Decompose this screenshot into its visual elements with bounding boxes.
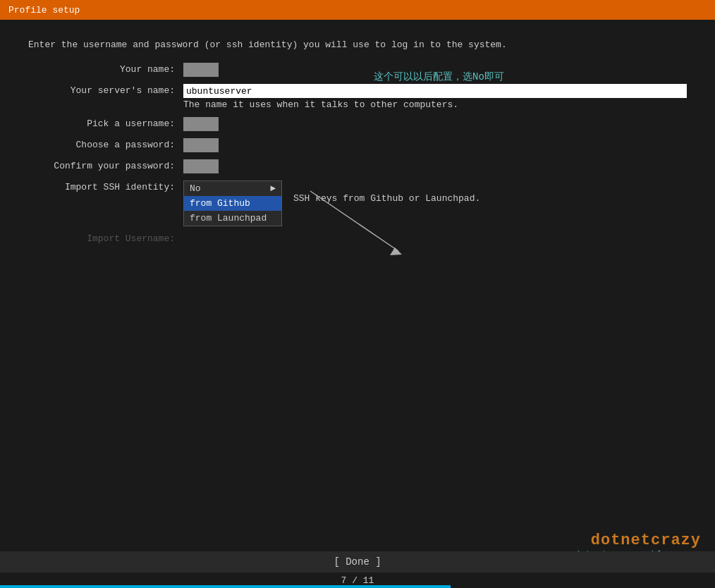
your-name-input[interactable] (183, 63, 219, 77)
server-name-label: Your server's name: (28, 84, 183, 96)
import-username-label: Import Username: (28, 233, 183, 244)
password-row: Choose a password: (28, 138, 687, 152)
username-input-area (183, 117, 687, 131)
ssh-option-launchpad-label: from Launchpad (190, 213, 267, 223)
title-bar: Profile setup (0, 0, 715, 20)
your-name-row: Your name: (28, 63, 687, 77)
username-row: Pick a username: (28, 117, 687, 131)
server-name-input-area: ubuntuserver The name it uses when it ta… (183, 84, 687, 110)
ssh-option-no[interactable]: No ► (184, 181, 281, 196)
ssh-option-no-arrow: ► (270, 183, 276, 194)
ssh-option-github[interactable]: from Github (184, 196, 281, 211)
done-button[interactable]: [ Done ] (334, 556, 381, 568)
bottom-bar: [ Done ] 7 / 11 (0, 551, 715, 588)
import-username-row: Import Username: (28, 233, 687, 244)
password-input-area (183, 138, 687, 152)
done-bar: [ Done ] (0, 551, 715, 572)
confirm-password-input[interactable] (183, 159, 219, 173)
server-name-hint: The name it uses when it talks to other … (183, 99, 687, 110)
your-name-label: Your name: (28, 63, 183, 75)
ssh-identity-row: Import SSH identity: No ► from Github fr… (28, 180, 687, 226)
server-name-row: Your server's name: ubuntuserver The nam… (28, 84, 687, 110)
title-text: Profile setup (8, 5, 80, 16)
svg-marker-1 (390, 247, 402, 255)
ssh-dropdown-container: No ► from Github from Launchpad (183, 180, 282, 226)
confirm-password-input-area (183, 159, 687, 173)
ssh-dropdown-menu[interactable]: No ► from Github from Launchpad (183, 180, 282, 226)
intro-text: Enter the username and password (or ssh … (28, 39, 687, 50)
username-label: Pick a username: (28, 117, 183, 129)
ssh-description: SSH keys from Github or Launchpad. (293, 180, 480, 204)
password-label: Choose a password: (28, 138, 183, 150)
main-content: Enter the username and password (or ssh … (0, 25, 715, 265)
ssh-identity-label: Import SSH identity: (28, 180, 183, 192)
confirm-password-row: Confirm your password: (28, 159, 687, 173)
username-input[interactable] (183, 117, 219, 131)
page-indicator: 7 / 11 (341, 575, 374, 586)
annotation-text: 这个可以以后配置，选No即可 (374, 71, 504, 83)
server-name-input[interactable]: ubuntuserver (183, 84, 687, 98)
watermark-line1: dotnetcrazy (575, 532, 701, 549)
progress-bar-container: 7 / 11 (0, 572, 715, 588)
progress-bar-fill (0, 585, 451, 588)
ssh-option-no-label: No (190, 183, 201, 194)
ssh-option-github-label: from Github (190, 198, 250, 209)
password-input[interactable] (183, 138, 219, 152)
confirm-password-label: Confirm your password: (28, 159, 183, 171)
ssh-option-launchpad[interactable]: from Launchpad (184, 211, 281, 226)
